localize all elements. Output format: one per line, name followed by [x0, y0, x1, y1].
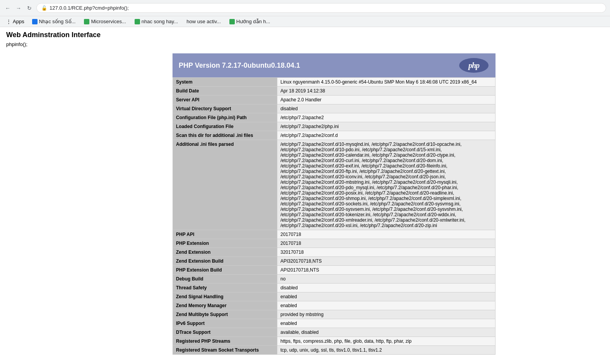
url-text: 127.0.0.1/RCE.php?cmd=phpinfo();	[50, 5, 129, 11]
table-cell-key: Build Date	[173, 87, 277, 96]
table-cell-key: PHP API	[173, 230, 277, 239]
bookmark-how[interactable]: how use activ...	[183, 18, 224, 25]
table-cell-key: PHP Extension	[173, 239, 277, 248]
bookmark-label-nhac2: nhac song hay...	[142, 19, 178, 24]
table-cell-key: PHP Extension Build	[173, 266, 277, 275]
table-row: PHP Extension20170718	[173, 239, 496, 248]
table-cell-value: disabled	[277, 104, 496, 113]
table-cell-value: enabled	[277, 292, 496, 301]
table-cell-value: 20170718	[277, 239, 496, 248]
table-row: SystemLinux nguyenmanh 4.15.0-50-generic…	[173, 78, 496, 87]
table-row: Scan this dir for additional .ini files/…	[173, 131, 496, 140]
table-cell-value: Apache 2.0 Handler	[277, 96, 496, 104]
table-row: Server APIApache 2.0 Handler	[173, 96, 496, 104]
table-cell-value: enabled	[277, 319, 496, 328]
table-row: Build DateApr 18 2019 14:12:38	[173, 87, 496, 96]
bookmark-favicon-nhac2	[135, 19, 140, 24]
table-cell-key: IPv6 Support	[173, 319, 277, 328]
php-version-text: PHP Version 7.2.17-0ubuntu0.18.04.1	[179, 62, 300, 70]
table-cell-key: Zend Signal Handling	[173, 292, 277, 301]
table-row: Registered Stream Socket Transportstcp, …	[173, 346, 496, 355]
table-cell-key: Registered Stream Socket Transports	[173, 346, 277, 355]
table-cell-value: 20170718	[277, 230, 496, 239]
reload-button[interactable]: ↻	[26, 4, 33, 12]
table-cell-value: Linux nguyenmanh 4.15.0-50-generic #54-U…	[277, 78, 496, 87]
bookmark-favicon-nhac1	[32, 19, 38, 24]
table-cell-key: Zend Memory Manager	[173, 301, 277, 310]
table-cell-key: Thread Safety	[173, 284, 277, 292]
php-logo: php	[458, 57, 489, 73]
table-cell-value: https, ftps, compress.zlib, php, file, g…	[277, 337, 496, 346]
table-row: Registered PHP Streamshttps, ftps, compr…	[173, 337, 496, 346]
apps-grid-icon: ⋮	[6, 19, 11, 24]
bookmark-favicon-huong	[229, 19, 235, 24]
table-row: Zend Extension BuildAPI320170718,NTS	[173, 257, 496, 266]
bookmark-favicon-micro	[84, 19, 89, 24]
apps-label: Apps	[13, 19, 24, 24]
table-row: Loaded Configuration File/etc/php/7.2/ap…	[173, 122, 496, 131]
table-cell-value: tcp, udp, unix, udg, ssl, tls, tlsv1.0, …	[277, 346, 496, 355]
bookmark-micro[interactable]: Microservices...	[81, 18, 129, 25]
table-cell-value: provided by mbstring	[277, 310, 496, 319]
table-row: Zend Multibyte Supportprovided by mbstri…	[173, 310, 496, 319]
browser-nav: ← → ↻ 🔓 127.0.0.1/RCE.php?cmd=phpinfo();	[0, 0, 610, 16]
table-cell-key: System	[173, 78, 277, 87]
table-cell-value: /etc/php/7.2/apache2/conf.d	[277, 131, 496, 140]
table-row: Zend Memory Managerenabled	[173, 301, 496, 310]
browser-chrome: ← → ↻ 🔓 127.0.0.1/RCE.php?cmd=phpinfo();…	[0, 0, 610, 27]
back-button[interactable]: ←	[4, 4, 12, 12]
table-row: Zend Signal Handlingenabled	[173, 292, 496, 301]
apps-bookmark[interactable]: ⋮ Apps	[4, 18, 27, 25]
bookmarks-bar: ⋮ Apps Nhạc sống Số... Microservices... …	[0, 16, 610, 27]
table-row: PHP API20170718	[173, 230, 496, 239]
table-cell-value: /etc/php/7.2/apache2/php.ini	[277, 122, 496, 131]
table-cell-value: API20170718,NTS	[277, 266, 496, 275]
bookmark-nhac1[interactable]: Nhạc sống Số...	[29, 18, 79, 25]
table-cell-value: enabled	[277, 301, 496, 310]
table-row: Virtual Directory Supportdisabled	[173, 104, 496, 113]
table-cell-value: /etc/php/7.2/apache2	[277, 113, 496, 122]
table-cell-key: Loaded Configuration File	[173, 122, 277, 131]
lock-icon: 🔓	[41, 5, 47, 11]
table-row: DTrace Supportavailable, disabled	[173, 328, 496, 337]
bookmark-nhac2[interactable]: nhac song hay...	[132, 18, 181, 25]
table-cell-value: /etc/php/7.2/apache2/conf.d/10-mysqlnd.i…	[277, 140, 496, 230]
table-row: Additional .ini files parsed/etc/php/7.2…	[173, 140, 496, 230]
table-cell-key: Configuration File (php.ini) Path	[173, 113, 277, 122]
phpinfo-table: SystemLinux nguyenmanh 4.15.0-50-generic…	[173, 77, 496, 355]
table-cell-value: available, disabled	[277, 328, 496, 337]
page-content: Web Adminstration Interface phpinfo(); P…	[0, 27, 610, 359]
table-row: Thread Safetydisabled	[173, 284, 496, 292]
table-cell-key: Virtual Directory Support	[173, 104, 277, 113]
table-cell-value: API320170718,NTS	[277, 257, 496, 266]
forward-button[interactable]: →	[15, 4, 22, 12]
table-cell-key: Zend Extension	[173, 248, 277, 257]
table-cell-key: Server API	[173, 96, 277, 104]
table-cell-key: Additional .ini files parsed	[173, 140, 277, 230]
table-row: Configuration File (php.ini) Path/etc/ph…	[173, 113, 496, 122]
table-row: Zend Extension320170718	[173, 248, 496, 257]
table-row: PHP Extension BuildAPI20170718,NTS	[173, 266, 496, 275]
table-cell-value: disabled	[277, 284, 496, 292]
php-header: PHP Version 7.2.17-0ubuntu0.18.04.1 php	[173, 53, 496, 77]
table-cell-key: Debug Build	[173, 275, 277, 284]
phpinfo-container: PHP Version 7.2.17-0ubuntu0.18.04.1 php …	[173, 53, 496, 355]
bookmark-label-nhac1: Nhạc sống Số...	[39, 19, 76, 24]
address-bar[interactable]: 🔓 127.0.0.1/RCE.php?cmd=phpinfo();	[36, 3, 606, 13]
bookmark-label-huong: Hướng dẫn h...	[236, 19, 270, 24]
bookmark-label-micro: Microservices...	[91, 19, 126, 24]
bookmark-label-how: how use activ...	[186, 19, 221, 24]
bookmark-huong[interactable]: Hướng dẫn h...	[226, 18, 273, 25]
table-cell-key: Zend Multibyte Support	[173, 310, 277, 319]
table-cell-key: Registered PHP Streams	[173, 337, 277, 346]
table-row: IPv6 Supportenabled	[173, 319, 496, 328]
table-cell-value: 320170718	[277, 248, 496, 257]
table-cell-value: Apr 18 2019 14:12:38	[277, 87, 496, 96]
table-cell-key: Scan this dir for additional .ini files	[173, 131, 277, 140]
page-title: Web Adminstration Interface	[6, 31, 604, 39]
table-cell-key: DTrace Support	[173, 328, 277, 337]
table-cell-value: no	[277, 275, 496, 284]
table-row: Debug Buildno	[173, 275, 496, 284]
page-subtitle: phpinfo();	[6, 41, 604, 47]
table-cell-key: Zend Extension Build	[173, 257, 277, 266]
